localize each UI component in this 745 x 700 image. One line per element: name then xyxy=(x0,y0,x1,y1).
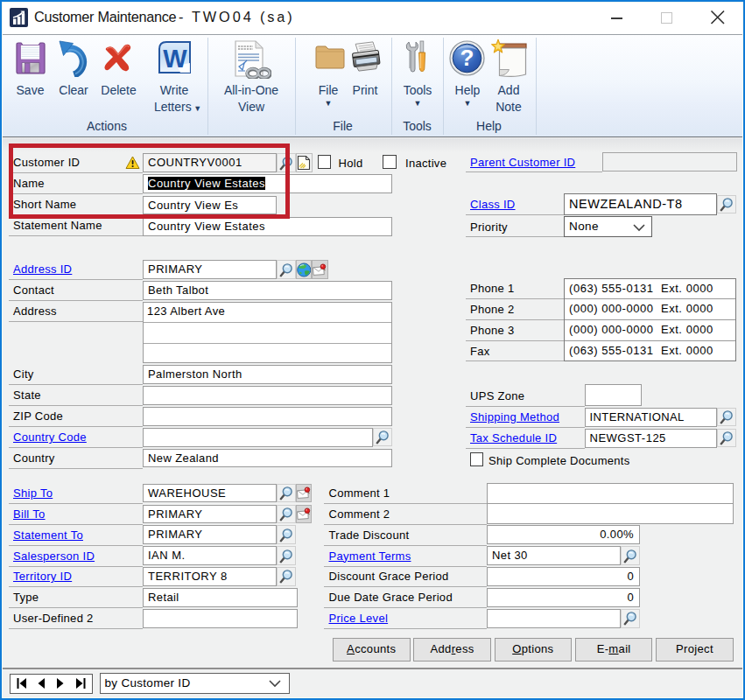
svg-text:?: ? xyxy=(460,45,474,71)
svg-text:W: W xyxy=(163,45,187,73)
